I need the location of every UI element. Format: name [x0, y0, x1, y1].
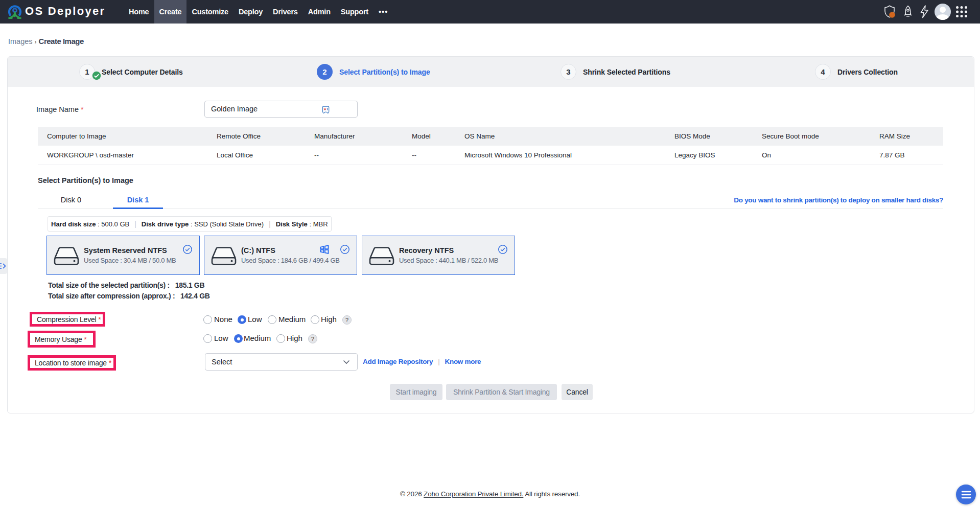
- svg-text:★: ★: [323, 107, 327, 111]
